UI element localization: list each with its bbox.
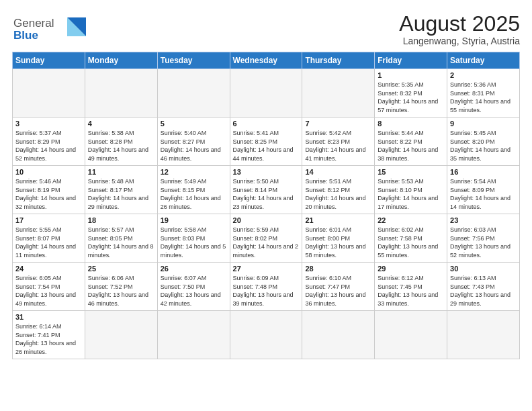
day-info: Sunrise: 6:06 AM Sunset: 7:52 PM Dayligh… bbox=[88, 274, 154, 308]
month-year: August 2025 bbox=[399, 12, 520, 36]
day-cell: 29Sunrise: 6:12 AM Sunset: 7:45 PM Dayli… bbox=[375, 263, 447, 311]
logo-text: General Blue bbox=[12, 12, 86, 44]
weekday-saturday: Saturday bbox=[447, 52, 520, 69]
day-number: 2 bbox=[450, 71, 517, 79]
weekday-header-row: SundayMondayTuesdayWednesdayThursdayFrid… bbox=[13, 52, 520, 69]
week-row-3: 10Sunrise: 5:46 AM Sunset: 8:19 PM Dayli… bbox=[13, 166, 520, 214]
day-info: Sunrise: 5:42 AM Sunset: 8:23 PM Dayligh… bbox=[305, 129, 371, 163]
day-cell bbox=[375, 311, 447, 359]
day-cell: 16Sunrise: 5:54 AM Sunset: 8:09 PM Dayli… bbox=[447, 166, 520, 214]
day-info: Sunrise: 5:58 AM Sunset: 8:03 PM Dayligh… bbox=[161, 226, 227, 259]
day-number: 31 bbox=[15, 313, 82, 321]
day-cell: 5Sunrise: 5:40 AM Sunset: 8:27 PM Daylig… bbox=[157, 118, 230, 166]
day-number: 1 bbox=[378, 71, 444, 79]
week-row-5: 24Sunrise: 6:05 AM Sunset: 7:54 PM Dayli… bbox=[13, 263, 520, 311]
day-info: Sunrise: 5:41 AM Sunset: 8:25 PM Dayligh… bbox=[233, 129, 300, 163]
day-cell: 23Sunrise: 6:03 AM Sunset: 7:56 PM Dayli… bbox=[447, 214, 520, 263]
day-info: Sunrise: 5:57 AM Sunset: 8:05 PM Dayligh… bbox=[88, 226, 154, 259]
weekday-sunday: Sunday bbox=[13, 52, 85, 69]
day-info: Sunrise: 5:40 AM Sunset: 8:27 PM Dayligh… bbox=[161, 129, 227, 163]
day-info: Sunrise: 5:38 AM Sunset: 8:28 PM Dayligh… bbox=[88, 129, 154, 163]
day-number: 23 bbox=[450, 216, 517, 224]
day-info: Sunrise: 6:14 AM Sunset: 7:41 PM Dayligh… bbox=[15, 322, 82, 356]
day-info: Sunrise: 5:55 AM Sunset: 8:07 PM Dayligh… bbox=[15, 226, 82, 259]
day-cell bbox=[157, 311, 230, 359]
day-cell: 26Sunrise: 6:07 AM Sunset: 7:50 PM Dayli… bbox=[157, 263, 230, 311]
day-cell bbox=[13, 69, 85, 118]
day-number: 29 bbox=[378, 265, 444, 273]
day-cell bbox=[447, 311, 520, 359]
day-number: 25 bbox=[88, 265, 154, 273]
calendar-table: SundayMondayTuesdayWednesdayThursdayFrid… bbox=[12, 52, 520, 359]
day-info: Sunrise: 6:02 AM Sunset: 7:58 PM Dayligh… bbox=[378, 226, 444, 259]
day-number: 30 bbox=[450, 265, 517, 273]
day-cell bbox=[230, 311, 302, 359]
day-cell: 18Sunrise: 5:57 AM Sunset: 8:05 PM Dayli… bbox=[85, 214, 157, 263]
day-number: 12 bbox=[161, 168, 227, 176]
day-cell: 1Sunrise: 5:35 AM Sunset: 8:32 PM Daylig… bbox=[375, 69, 447, 118]
day-cell bbox=[85, 311, 157, 359]
day-number: 19 bbox=[161, 216, 227, 224]
weekday-thursday: Thursday bbox=[302, 52, 375, 69]
day-number: 17 bbox=[15, 216, 82, 224]
day-number: 11 bbox=[88, 168, 154, 176]
day-cell: 6Sunrise: 5:41 AM Sunset: 8:25 PM Daylig… bbox=[230, 118, 302, 166]
day-number: 5 bbox=[161, 120, 227, 128]
logo: General Blue bbox=[12, 12, 86, 44]
day-cell bbox=[302, 69, 375, 118]
title-block: August 2025 Langenwang, Styria, Austria bbox=[399, 12, 520, 46]
day-cell: 12Sunrise: 5:49 AM Sunset: 8:15 PM Dayli… bbox=[157, 166, 230, 214]
svg-text:General: General bbox=[13, 17, 54, 30]
day-number: 8 bbox=[378, 120, 444, 128]
day-number: 18 bbox=[88, 216, 154, 224]
week-row-1: 1Sunrise: 5:35 AM Sunset: 8:32 PM Daylig… bbox=[13, 69, 520, 118]
day-number: 21 bbox=[305, 216, 371, 224]
day-number: 7 bbox=[305, 120, 371, 128]
day-info: Sunrise: 6:01 AM Sunset: 8:00 PM Dayligh… bbox=[305, 226, 371, 259]
day-info: Sunrise: 5:36 AM Sunset: 8:31 PM Dayligh… bbox=[450, 81, 517, 114]
day-info: Sunrise: 6:09 AM Sunset: 7:48 PM Dayligh… bbox=[233, 274, 300, 308]
day-cell: 11Sunrise: 5:48 AM Sunset: 8:17 PM Dayli… bbox=[85, 166, 157, 214]
day-cell: 4Sunrise: 5:38 AM Sunset: 8:28 PM Daylig… bbox=[85, 118, 157, 166]
day-number: 26 bbox=[161, 265, 227, 273]
day-info: Sunrise: 5:53 AM Sunset: 8:10 PM Dayligh… bbox=[378, 177, 444, 211]
day-info: Sunrise: 6:03 AM Sunset: 7:56 PM Dayligh… bbox=[450, 226, 517, 259]
weekday-wednesday: Wednesday bbox=[230, 52, 302, 69]
day-cell: 17Sunrise: 5:55 AM Sunset: 8:07 PM Dayli… bbox=[13, 214, 85, 263]
day-info: Sunrise: 5:49 AM Sunset: 8:15 PM Dayligh… bbox=[161, 177, 227, 211]
day-number: 4 bbox=[88, 120, 154, 128]
day-cell: 28Sunrise: 6:10 AM Sunset: 7:47 PM Dayli… bbox=[302, 263, 375, 311]
day-cell: 20Sunrise: 5:59 AM Sunset: 8:02 PM Dayli… bbox=[230, 214, 302, 263]
day-info: Sunrise: 5:45 AM Sunset: 8:20 PM Dayligh… bbox=[450, 129, 517, 163]
day-number: 27 bbox=[233, 265, 300, 273]
svg-text:Blue: Blue bbox=[13, 29, 38, 42]
day-cell bbox=[302, 311, 375, 359]
day-cell: 31Sunrise: 6:14 AM Sunset: 7:41 PM Dayli… bbox=[13, 311, 85, 359]
header: General Blue August 2025 Langenwang, Sty… bbox=[12, 12, 520, 46]
day-info: Sunrise: 5:37 AM Sunset: 8:29 PM Dayligh… bbox=[15, 129, 82, 163]
day-number: 3 bbox=[15, 120, 82, 128]
week-row-6: 31Sunrise: 6:14 AM Sunset: 7:41 PM Dayli… bbox=[13, 311, 520, 359]
day-number: 14 bbox=[305, 168, 371, 176]
day-cell bbox=[230, 69, 302, 118]
day-cell bbox=[85, 69, 157, 118]
day-info: Sunrise: 5:35 AM Sunset: 8:32 PM Dayligh… bbox=[378, 81, 444, 114]
day-number: 10 bbox=[15, 168, 82, 176]
day-cell: 22Sunrise: 6:02 AM Sunset: 7:58 PM Dayli… bbox=[375, 214, 447, 263]
weekday-tuesday: Tuesday bbox=[157, 52, 230, 69]
day-number: 20 bbox=[233, 216, 300, 224]
day-cell: 8Sunrise: 5:44 AM Sunset: 8:22 PM Daylig… bbox=[375, 118, 447, 166]
day-cell: 3Sunrise: 5:37 AM Sunset: 8:29 PM Daylig… bbox=[13, 118, 85, 166]
day-cell: 19Sunrise: 5:58 AM Sunset: 8:03 PM Dayli… bbox=[157, 214, 230, 263]
day-info: Sunrise: 5:44 AM Sunset: 8:22 PM Dayligh… bbox=[378, 129, 444, 163]
logo-svg: General Blue bbox=[12, 12, 86, 42]
day-info: Sunrise: 5:50 AM Sunset: 8:14 PM Dayligh… bbox=[233, 177, 300, 211]
day-cell: 24Sunrise: 6:05 AM Sunset: 7:54 PM Dayli… bbox=[13, 263, 85, 311]
day-number: 24 bbox=[15, 265, 82, 273]
day-number: 28 bbox=[305, 265, 371, 273]
day-cell: 9Sunrise: 5:45 AM Sunset: 8:20 PM Daylig… bbox=[447, 118, 520, 166]
day-info: Sunrise: 5:59 AM Sunset: 8:02 PM Dayligh… bbox=[233, 226, 300, 259]
day-cell: 30Sunrise: 6:13 AM Sunset: 7:43 PM Dayli… bbox=[447, 263, 520, 311]
day-cell: 10Sunrise: 5:46 AM Sunset: 8:19 PM Dayli… bbox=[13, 166, 85, 214]
day-cell: 2Sunrise: 5:36 AM Sunset: 8:31 PM Daylig… bbox=[447, 69, 520, 118]
